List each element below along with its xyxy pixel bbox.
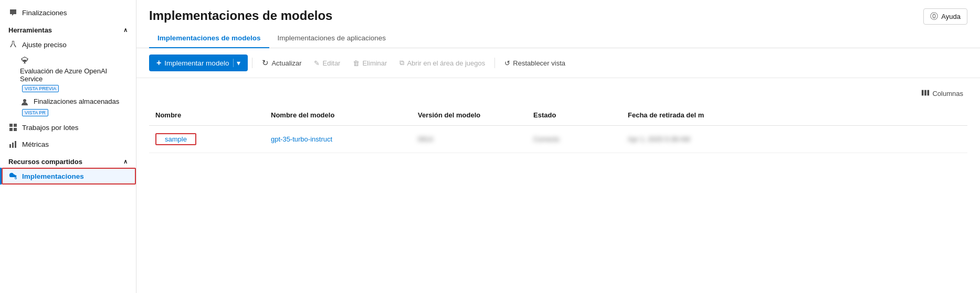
table-icon bbox=[8, 123, 18, 132]
sample-link[interactable]: sample bbox=[165, 135, 187, 143]
name-cell-bordered: sample bbox=[155, 133, 196, 145]
actualizar-label: Actualizar bbox=[271, 59, 301, 67]
table-header: Nombre Nombre del modelo Versión del mod… bbox=[149, 105, 967, 126]
svg-rect-11 bbox=[925, 90, 927, 96]
svg-rect-7 bbox=[15, 141, 16, 148]
sidebar-item-trabajos[interactable]: Trabajos por lotes bbox=[0, 119, 136, 136]
col-header-fecha: Fecha de retirada del m bbox=[621, 108, 967, 122]
page-header: Implementaciones de modelos ⓪ Ayuda bbox=[136, 0, 980, 25]
main-content: Implementaciones de modelos ⓪ Ayuda Impl… bbox=[136, 0, 980, 293]
tab-aplicaciones[interactable]: Implementaciones de aplicaciones bbox=[269, 29, 394, 48]
col-header-version: Versión del modelo bbox=[412, 108, 527, 122]
cell-modelo[interactable]: gpt-35-turbo-instruct bbox=[265, 131, 412, 147]
svg-rect-2 bbox=[14, 124, 17, 127]
cell-fecha: Apr 1, 2025 5:38 AM bbox=[621, 131, 967, 147]
edit-icon: ✎ bbox=[314, 59, 320, 67]
sidebar-item-finalizaciones[interactable]: Finalizaciones bbox=[0, 4, 136, 21]
abrir-juegos-button[interactable]: ⧉ Abrir en el área de juegos bbox=[394, 56, 490, 70]
toolbar-sep-2 bbox=[494, 58, 495, 68]
columns-label: Columnas bbox=[932, 90, 963, 97]
restablecer-label: Restablecer vista bbox=[513, 59, 565, 67]
svg-rect-1 bbox=[9, 124, 13, 127]
actualizar-button[interactable]: ↻ Actualizar bbox=[257, 55, 307, 71]
cell-nombre: sample bbox=[149, 129, 265, 149]
table-content: Columnas Nombre Nombre del modelo Versió… bbox=[136, 78, 980, 293]
eliminar-button[interactable]: 🗑 Eliminar bbox=[347, 56, 392, 70]
sidebar-item-label: Trabajos por lotes bbox=[22, 124, 79, 132]
svg-rect-5 bbox=[9, 144, 11, 148]
col-header-modelo: Nombre del modelo bbox=[265, 108, 412, 122]
preview-badge: VISTA PREVIA bbox=[22, 85, 59, 92]
table-row: sample gpt-35-turbo-instruct 0914 Correc… bbox=[149, 126, 967, 153]
tab-bar: Implementaciones de modelos Implementaci… bbox=[136, 29, 980, 48]
svg-point-9 bbox=[15, 178, 16, 179]
implement-model-button[interactable]: + Implementar modelo ▾ bbox=[149, 55, 248, 71]
svg-rect-12 bbox=[928, 90, 930, 96]
reset-icon: ↺ bbox=[504, 59, 510, 67]
tab-modelos[interactable]: Implementaciones de modelos bbox=[149, 29, 269, 48]
playground-icon: ⧉ bbox=[399, 59, 404, 67]
svg-rect-10 bbox=[922, 90, 924, 96]
flask-icon bbox=[8, 40, 18, 49]
chat-icon bbox=[8, 8, 18, 17]
page-title: Implementaciones de modelos bbox=[149, 8, 332, 23]
editar-button[interactable]: ✎ Editar bbox=[309, 56, 345, 70]
deployments-table: Nombre Nombre del modelo Versión del mod… bbox=[149, 105, 967, 153]
sidebar-item-label: Implementaciones bbox=[22, 172, 84, 180]
dropdown-arrow-icon[interactable]: ▾ bbox=[233, 59, 240, 67]
cloud-icon bbox=[8, 171, 18, 181]
sidebar-item-label: Métricas bbox=[22, 140, 49, 148]
sidebar-item-label: Ajuste preciso bbox=[22, 41, 67, 49]
chevron-up-icon: ∧ bbox=[123, 27, 128, 34]
abrir-label: Abrir en el área de juegos bbox=[407, 59, 485, 67]
toolbar: + Implementar modelo ▾ ↻ Actualizar ✎ Ed… bbox=[136, 48, 980, 78]
sidebar-item-ajuste-preciso[interactable]: Ajuste preciso bbox=[0, 36, 136, 53]
sidebar-item-implementaciones[interactable]: Implementaciones bbox=[0, 168, 136, 185]
sidebar-item-finalizaciones-almacenadas[interactable]: Finalizaciones almacenadas VISTA PR bbox=[0, 95, 136, 119]
section-header-recursos[interactable]: Recursos compartidos ∧ bbox=[0, 153, 136, 168]
help-button[interactable]: ⓪ Ayuda bbox=[923, 8, 967, 25]
implement-label: Implementar modelo bbox=[164, 59, 229, 67]
refresh-icon: ↻ bbox=[262, 58, 269, 68]
col-header-estado: Estado bbox=[527, 108, 621, 122]
svg-point-0 bbox=[23, 99, 26, 102]
eliminar-label: Eliminar bbox=[362, 59, 387, 67]
sidebar: Finalizaciones Herramientas ∧ Ajuste pre… bbox=[0, 0, 136, 293]
svg-rect-6 bbox=[12, 143, 14, 148]
svg-rect-3 bbox=[9, 128, 13, 131]
sidebar-item-metricas[interactable]: Métricas bbox=[0, 136, 136, 153]
sidebar-item-label: Evaluación de Azure OpenAI Service bbox=[20, 67, 128, 83]
content-header: Columnas bbox=[149, 84, 967, 105]
help-circle-icon: ⓪ bbox=[930, 12, 938, 21]
person-icon bbox=[20, 97, 29, 107]
chevron-up-icon-2: ∧ bbox=[123, 158, 128, 165]
cell-estado: Correcto bbox=[527, 131, 621, 147]
cell-version: 0914 bbox=[412, 131, 527, 147]
chart-icon bbox=[8, 139, 18, 149]
plus-icon: + bbox=[156, 58, 161, 68]
col-header-nombre: Nombre bbox=[149, 108, 265, 122]
svg-rect-4 bbox=[14, 128, 17, 131]
columns-button[interactable]: Columnas bbox=[917, 86, 967, 101]
sidebar-item-label: Finalizaciones bbox=[22, 9, 67, 17]
editar-label: Editar bbox=[322, 59, 340, 67]
restablecer-button[interactable]: ↺ Restablecer vista bbox=[499, 56, 571, 70]
toolbar-sep-1 bbox=[252, 58, 252, 68]
trash-icon: 🗑 bbox=[353, 59, 360, 67]
scale-icon bbox=[20, 56, 29, 65]
sidebar-item-label: Finalizaciones almacenadas bbox=[34, 97, 119, 105]
help-label: Ayuda bbox=[941, 13, 961, 20]
sidebar-item-evaluacion[interactable]: Evaluación de Azure OpenAI Service VISTA… bbox=[0, 53, 136, 95]
columns-icon bbox=[921, 89, 930, 99]
section-header-herramientas[interactable]: Herramientas ∧ bbox=[0, 21, 136, 36]
preview-badge-2: VISTA PR bbox=[22, 109, 48, 116]
